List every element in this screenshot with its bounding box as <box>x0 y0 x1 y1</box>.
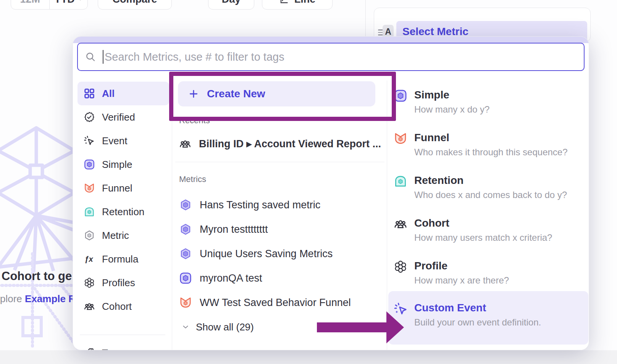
chevron-down-icon <box>181 323 190 331</box>
compare-button[interactable]: Compare <box>98 0 172 10</box>
funnel-metric-icon <box>179 296 192 309</box>
modal-top-band <box>73 37 589 43</box>
explore-text-fragment: plore <box>0 293 25 304</box>
filter-sidebar: All Verified Event <box>78 82 169 350</box>
formula-icon: ƒx <box>84 253 95 265</box>
recent-item[interactable]: Billing ID ▸ Account Viewed Report ... <box>174 132 387 156</box>
sidebar-item-tags[interactable]: Tags <box>78 341 169 350</box>
search-icon <box>85 51 96 63</box>
metric-type-retention[interactable]: Retention Who does x and comes back to d… <box>388 169 588 212</box>
metric-type-custom-event[interactable]: Custom Event Build your own event defini… <box>388 291 588 345</box>
funnel-metric-icon <box>394 132 407 145</box>
metric-item[interactable]: Myron testttttttt <box>174 217 387 242</box>
metric-hexagon-icon <box>179 198 192 211</box>
metric-item[interactable]: Unique Users Saving Metrics <box>174 242 387 266</box>
metric-type-column: Simple How many x do y? Funnel Who makes… <box>388 81 588 345</box>
search-input[interactable] <box>105 51 577 63</box>
sidebar-item-cohort[interactable]: Cohort <box>78 295 169 318</box>
text-caret <box>103 50 103 64</box>
show-all-toggle[interactable]: Show all (29) <box>174 315 387 339</box>
chevron-down-icon <box>78 0 83 1</box>
date-range-segmented-control[interactable]: 12M YTD <box>11 0 88 10</box>
profiles-icon <box>394 260 407 274</box>
metrics-list: Hans Testing saved metric Myron testtttt… <box>174 193 387 339</box>
metric-picker-modal: All Verified Event <box>73 36 589 350</box>
metric-type-funnel[interactable]: Funnel Who makes it through this sequenc… <box>388 126 588 169</box>
search-box[interactable] <box>77 43 585 71</box>
line-chart-icon <box>279 0 289 5</box>
chart-type-line-button[interactable]: Line <box>262 0 333 10</box>
page-bottom-strip <box>0 350 617 364</box>
custom-event-icon <box>394 302 408 316</box>
saved-metric-icon <box>84 230 95 241</box>
metric-hexagon-icon <box>179 223 192 236</box>
sidebar-item-profiles[interactable]: Profiles <box>78 271 169 295</box>
create-new-button[interactable]: Create New <box>178 81 375 106</box>
verified-badge-icon <box>84 111 95 123</box>
empty-state-explore-text: plore Example R <box>0 293 73 305</box>
metric-type-simple[interactable]: Simple How many x do y? <box>388 84 588 126</box>
sidebar-item-formula[interactable]: ƒx Formula <box>78 247 169 271</box>
range-ytd-button[interactable]: YTD <box>50 0 88 9</box>
metric-item[interactable]: WW Test Saved Behavior Funnel <box>174 290 387 315</box>
grid-icon <box>84 88 95 99</box>
cohort-people-icon <box>179 138 191 150</box>
metric-item[interactable]: Hans Testing saved metric <box>174 193 387 217</box>
plus-icon <box>189 89 199 99</box>
metric-hexagon-icon <box>179 247 192 260</box>
sidebar-item-retention[interactable]: Retention <box>78 200 169 224</box>
range-12m-button[interactable]: 12M <box>11 0 50 9</box>
recents-section-title: Recents <box>179 116 387 126</box>
sidebar-item-funnel[interactable]: Funnel <box>78 176 169 200</box>
event-cursor-icon <box>84 135 95 147</box>
profiles-icon <box>84 277 95 288</box>
sidebar-item-simple[interactable]: Simple <box>78 153 169 176</box>
retention-metric-icon <box>394 174 407 188</box>
sidebar-item-metric[interactable]: Metric <box>78 224 169 247</box>
simple-metric-icon <box>179 272 192 285</box>
svg-text:ƒx: ƒx <box>85 255 94 263</box>
retention-metric-icon <box>84 206 95 217</box>
metrics-section-title: Metrics <box>179 174 387 184</box>
app-root: Cohort to ge plore Example R 12M YTD Com… <box>0 0 617 364</box>
funnel-metric-icon <box>84 182 95 194</box>
simple-metric-icon <box>84 159 95 170</box>
simple-metric-icon <box>394 89 407 103</box>
cohort-icon <box>394 217 407 231</box>
cohort-icon <box>84 301 95 312</box>
metric-item[interactable]: myronQA test <box>174 266 387 290</box>
empty-state-heading-fragment: Cohort to ge <box>2 269 73 283</box>
example-reports-link[interactable]: Example R <box>25 293 73 304</box>
tag-icon <box>84 347 95 350</box>
sidebar-item-event[interactable]: Event <box>78 129 169 153</box>
granularity-day-button[interactable]: Day <box>208 0 254 10</box>
sidebar-divider <box>80 335 165 335</box>
list-divider <box>175 162 384 162</box>
metric-type-cohort[interactable]: Cohort How many users match x criteria? <box>388 212 588 254</box>
column-divider <box>172 81 172 350</box>
metric-list-column: Create New Recents Billing ID ▸ Account … <box>174 81 387 339</box>
column-divider <box>387 81 387 350</box>
sidebar-item-verified[interactable]: Verified <box>78 105 169 129</box>
sidebar-item-all[interactable]: All <box>78 82 169 105</box>
